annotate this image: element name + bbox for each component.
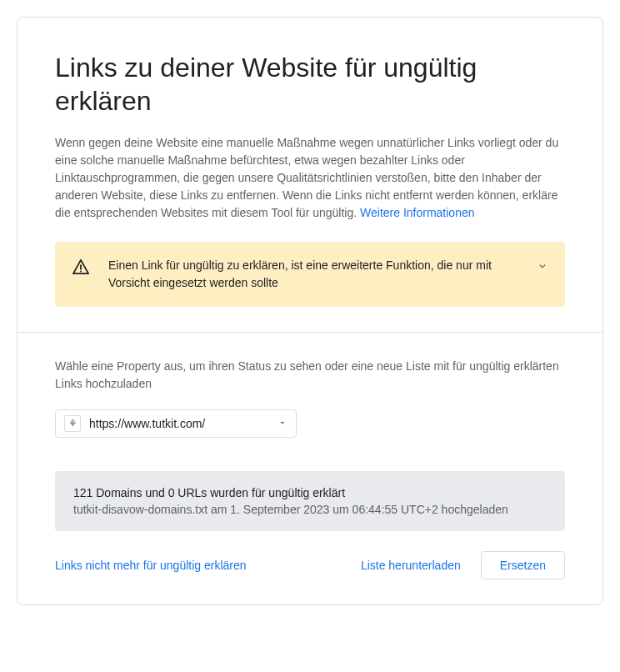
actions-row: Links nicht mehr für ungültig erklären L… [55,551,565,579]
download-list-button[interactable]: Liste herunterladen [361,552,461,579]
svg-point-1 [80,270,82,272]
warning-banner[interactable]: Einen Link für ungültig zu erklären, ist… [55,242,565,307]
property-url: https://www.tutkit.com/ [89,417,269,430]
status-detail: tutkit-disavow-domains.txt am 1. Septemb… [73,503,547,516]
disavow-card: Links zu deiner Website für ungültig erk… [17,17,603,605]
more-info-link[interactable]: Weitere Informationen [360,206,474,219]
status-box: 121 Domains und 0 URLs wurden für ungült… [55,471,565,531]
property-favicon: ⚘ [64,415,81,432]
replace-button[interactable]: Ersetzen [481,551,565,579]
dropdown-arrow-icon [278,416,288,431]
property-section: Wähle eine Property aus, um ihren Status… [18,333,602,604]
favicon-glyph: ⚘ [68,419,78,429]
status-title: 121 Domains und 0 URLs wurden für ungült… [73,486,547,499]
description-text: Wenn gegen deine Website eine manuelle M… [55,134,565,222]
cancel-disavow-button[interactable]: Links nicht mehr für ungültig erklären [55,552,247,579]
chevron-down-icon[interactable] [537,260,548,275]
actions-right: Liste herunterladen Ersetzen [361,551,565,579]
property-label: Wähle eine Property aus, um ihren Status… [55,358,565,393]
property-select[interactable]: ⚘ https://www.tutkit.com/ [55,409,297,438]
warning-text: Einen Link für ungültig zu erklären, ist… [108,257,518,292]
description-body: Wenn gegen deine Website eine manuelle M… [55,136,558,219]
warning-icon [72,258,90,278]
header-section: Links zu deiner Website für ungültig erk… [18,18,602,332]
page-title: Links zu deiner Website für ungültig erk… [55,51,565,118]
